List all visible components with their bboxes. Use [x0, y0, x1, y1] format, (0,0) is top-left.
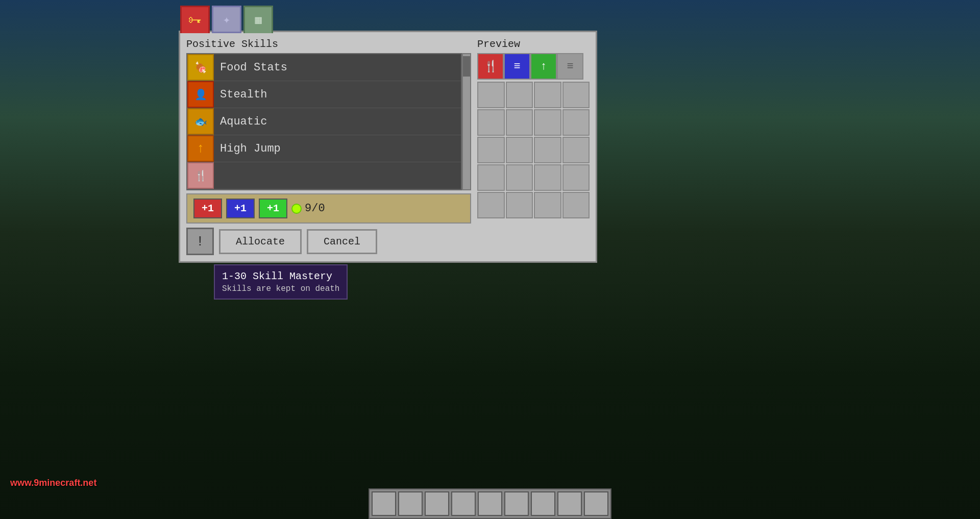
ground	[0, 234, 980, 519]
food-stats-icon: 🍖	[187, 54, 214, 81]
preview-cell	[477, 109, 505, 136]
high-jump-icon: ↑	[187, 135, 214, 162]
taskbar-slot	[504, 491, 529, 516]
skill-row-food-stats[interactable]: 🍖 Food Stats	[187, 54, 461, 81]
preview-icon-food: 🍴	[477, 53, 504, 80]
skill-tooltip: 1-30 Skill Mastery Skills are kept on de…	[214, 264, 348, 300]
preview-panel: Preview 🍴 ≡ ↑ ≡	[477, 38, 590, 255]
high-jump-label: High Jump	[214, 142, 281, 155]
key-icon: 🗝	[188, 12, 202, 29]
tab-book[interactable]: ▦	[243, 6, 273, 33]
preview-icon-sword: ≡	[504, 53, 530, 80]
watermark: www.9minecraft.net	[10, 478, 96, 488]
dialog-inner: Positive Skills 🍖 Food Stats	[180, 32, 596, 261]
preview-cell	[534, 164, 561, 191]
preview-cell	[477, 192, 505, 218]
taskbar-slot	[425, 491, 449, 516]
skill-row-mastery[interactable]: 🍴 1-30 Skill Mastery Skills are kept on …	[187, 162, 461, 189]
preview-cell	[562, 164, 590, 191]
preview-header: Preview	[477, 38, 590, 50]
skill-row-aquatic[interactable]: 🐟 Aquatic	[187, 108, 461, 135]
preview-icons-row: 🍴 ≡ ↑ ≡	[477, 53, 590, 80]
tooltip-description: Skills are kept on death	[222, 284, 339, 293]
main-dialog: 🗝 ✦ ▦ Positive Skills 🍖	[179, 31, 597, 263]
preview-icon-misc: ≡	[557, 53, 583, 80]
tooltip-title: 1-30 Skill Mastery	[222, 270, 339, 282]
taskbar-slot	[372, 491, 396, 516]
preview-cell	[534, 82, 561, 108]
preview-cell	[506, 137, 533, 163]
skills-scrollbar[interactable]	[462, 53, 471, 190]
skill-row-stealth[interactable]: 👤 Stealth	[187, 81, 461, 108]
preview-cell	[534, 192, 561, 218]
preview-grid	[477, 82, 590, 218]
preview-cell	[506, 192, 533, 218]
book-icon: ▦	[255, 13, 261, 27]
points-gem-icon	[291, 204, 302, 214]
preview-cell	[562, 137, 590, 163]
sword-icon: ✦	[223, 12, 230, 27]
preview-cell	[562, 109, 590, 136]
mastery-icon: 🍴	[187, 162, 214, 189]
stealth-label: Stealth	[214, 88, 267, 101]
preview-cell	[506, 82, 533, 108]
taskbar-slot	[478, 491, 502, 516]
dialog-body: Positive Skills 🍖 Food Stats	[186, 38, 590, 255]
tab-positive-skills[interactable]: ✦	[212, 6, 241, 33]
preview-cell	[506, 109, 533, 136]
skills-list: 🍖 Food Stats 👤 Stealth	[186, 53, 462, 190]
preview-cell	[477, 82, 505, 108]
taskbar-slot	[398, 491, 423, 516]
action-bar: ! Allocate Cancel	[186, 228, 471, 255]
preview-cell	[562, 82, 590, 108]
aquatic-label: Aquatic	[214, 115, 267, 128]
taskbar	[369, 488, 611, 519]
point-btn-red[interactable]: +1	[193, 199, 222, 218]
point-btn-blue[interactable]: +1	[226, 199, 255, 218]
preview-cell	[506, 164, 533, 191]
taskbar-slot	[557, 491, 582, 516]
preview-cell	[562, 192, 590, 218]
taskbar-slot	[584, 491, 608, 516]
stealth-icon: 👤	[187, 81, 214, 108]
preview-cell	[477, 137, 505, 163]
preview-icon-jump: ↑	[530, 53, 557, 80]
point-btn-green[interactable]: +1	[259, 199, 287, 218]
points-value: 9/0	[305, 202, 325, 215]
preview-cell	[477, 164, 505, 191]
tab-skills[interactable]: 🗝	[180, 6, 210, 33]
scrollbar-thumb[interactable]	[463, 56, 470, 77]
preview-cell	[534, 109, 561, 136]
food-stats-label: Food Stats	[214, 61, 287, 74]
tab-bar: 🗝 ✦ ▦	[180, 6, 273, 33]
taskbar-slot	[451, 491, 476, 516]
points-bar: +1 +1 +1 9/0	[186, 193, 471, 224]
points-display: 9/0	[291, 202, 325, 215]
exclaim-button[interactable]: !	[186, 228, 214, 255]
allocate-button[interactable]: Allocate	[219, 229, 302, 254]
skills-panel: Positive Skills 🍖 Food Stats	[186, 38, 471, 255]
cancel-button[interactable]: Cancel	[307, 229, 377, 254]
skills-list-container: 🍖 Food Stats 👤 Stealth	[186, 53, 471, 190]
taskbar-slot	[531, 491, 555, 516]
aquatic-icon: 🐟	[187, 108, 214, 135]
skills-header: Positive Skills	[186, 38, 471, 50]
skill-row-high-jump[interactable]: ↑ High Jump	[187, 135, 461, 162]
preview-cell	[534, 137, 561, 163]
